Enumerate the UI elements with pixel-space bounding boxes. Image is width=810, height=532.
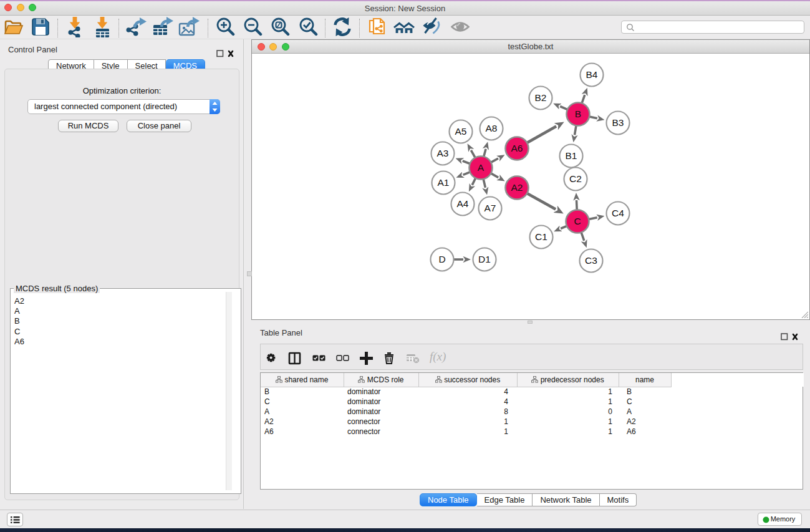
- svg-text:A8: A8: [486, 123, 498, 133]
- svg-text:C4: C4: [612, 208, 624, 218]
- svg-text:D: D: [438, 254, 445, 264]
- svg-text:A: A: [478, 162, 485, 173]
- svg-text:A5: A5: [455, 126, 467, 137]
- svg-text:A2: A2: [511, 182, 523, 193]
- svg-text:A6: A6: [511, 143, 523, 153]
- svg-text:B2: B2: [535, 92, 547, 103]
- svg-text:C: C: [574, 216, 581, 226]
- svg-text:B1: B1: [566, 150, 577, 161]
- svg-text:C1: C1: [535, 231, 547, 242]
- svg-text:B3: B3: [612, 117, 624, 128]
- svg-text:D1: D1: [478, 254, 491, 264]
- svg-text:B4: B4: [586, 69, 598, 80]
- svg-text:C2: C2: [569, 173, 582, 184]
- svg-text:C3: C3: [585, 255, 597, 266]
- svg-text:A7: A7: [485, 203, 496, 213]
- svg-text:A1: A1: [438, 177, 450, 188]
- svg-text:A4: A4: [457, 198, 469, 209]
- svg-text:B: B: [575, 109, 581, 119]
- svg-text:A3: A3: [437, 148, 449, 158]
